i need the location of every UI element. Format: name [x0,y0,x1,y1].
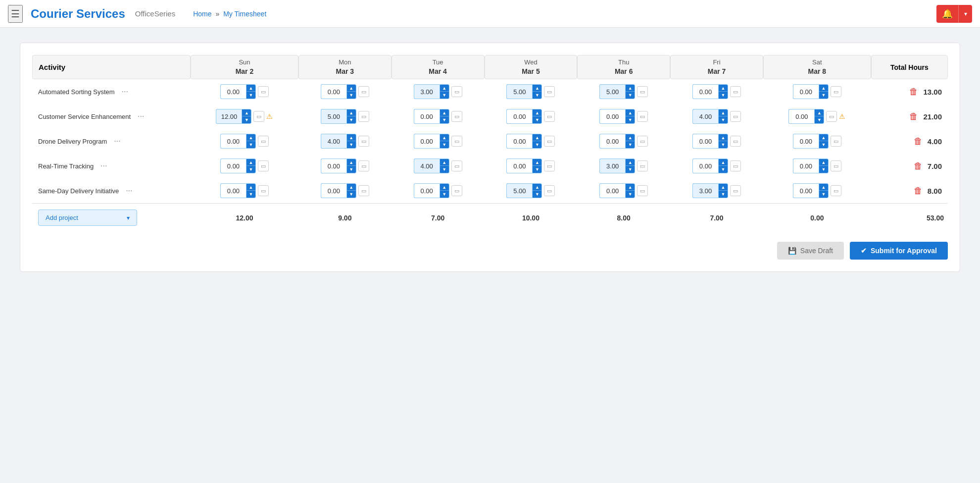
spin-up-4-6[interactable]: ▲ [819,184,828,191]
user-dropdown-button[interactable]: ▾ [958,5,972,23]
note-button-0-5[interactable]: ▭ [730,86,741,97]
spin-up-3-6[interactable]: ▲ [819,159,828,166]
spin-down-2-6[interactable]: ▼ [819,141,828,148]
spin-up-3-3[interactable]: ▲ [533,159,541,166]
note-button-1-6[interactable]: ▭ [826,111,837,122]
spin-down-3-4[interactable]: ▼ [626,166,635,173]
time-input-1-2[interactable] [414,109,440,124]
note-button-0-6[interactable]: ▭ [831,86,841,97]
time-input-0-2[interactable] [414,84,440,99]
time-input-1-1[interactable] [321,109,346,124]
delete-row-button-4[interactable]: 🗑 [911,185,926,197]
note-button-2-0[interactable]: ▭ [258,136,269,147]
time-input-1-4[interactable] [599,109,625,124]
note-button-0-1[interactable]: ▭ [358,86,369,97]
time-input-3-6[interactable] [793,159,819,173]
spin-up-3-1[interactable]: ▲ [347,159,356,166]
spin-up-2-5[interactable]: ▲ [719,134,728,141]
time-input-1-0[interactable] [216,109,242,124]
spin-down-0-2[interactable]: ▼ [440,92,449,99]
spin-down-4-6[interactable]: ▼ [819,191,828,198]
time-input-2-1[interactable] [321,134,346,149]
note-button-4-2[interactable]: ▭ [451,185,462,196]
spin-down-1-3[interactable]: ▼ [533,116,541,123]
spin-down-0-5[interactable]: ▼ [719,92,728,99]
time-input-0-0[interactable] [220,84,246,99]
spin-up-1-6[interactable]: ▲ [815,109,824,116]
row-options-button[interactable]: ··· [98,161,110,171]
spin-down-0-4[interactable]: ▼ [626,92,635,99]
spin-up-1-4[interactable]: ▲ [626,109,635,116]
spin-up-3-4[interactable]: ▲ [626,159,635,166]
spin-down-1-4[interactable]: ▼ [626,116,635,123]
delete-row-button-3[interactable]: 🗑 [911,160,926,172]
spin-down-4-1[interactable]: ▼ [347,191,356,198]
spin-down-2-2[interactable]: ▼ [440,141,449,148]
note-button-4-4[interactable]: ▭ [637,185,648,196]
spin-down-2-0[interactable]: ▼ [246,141,255,148]
spin-down-4-2[interactable]: ▼ [440,191,449,198]
time-input-0-5[interactable] [692,84,718,99]
spin-down-3-6[interactable]: ▼ [819,166,828,173]
note-button-1-3[interactable]: ▭ [544,111,555,122]
spin-up-0-3[interactable]: ▲ [533,85,541,92]
spin-down-1-6[interactable]: ▼ [815,116,824,123]
time-input-4-2[interactable] [414,183,440,198]
spin-down-1-5[interactable]: ▼ [719,116,728,123]
breadcrumb-home[interactable]: Home [193,10,211,18]
spin-up-2-4[interactable]: ▲ [626,134,635,141]
note-button-1-2[interactable]: ▭ [451,111,462,122]
spin-up-1-1[interactable]: ▲ [347,109,356,116]
time-input-3-5[interactable] [692,159,718,173]
note-button-4-3[interactable]: ▭ [544,185,555,196]
spin-down-2-5[interactable]: ▼ [719,141,728,148]
spin-up-0-5[interactable]: ▲ [719,85,728,92]
spin-down-0-3[interactable]: ▼ [533,92,541,99]
spin-down-3-0[interactable]: ▼ [246,166,255,173]
note-button-4-1[interactable]: ▭ [358,185,369,196]
spin-down-2-3[interactable]: ▼ [533,141,541,148]
spin-down-0-1[interactable]: ▼ [347,92,356,99]
spin-down-3-5[interactable]: ▼ [719,166,728,173]
delete-row-button-1[interactable]: 🗑 [906,110,921,123]
note-button-1-0[interactable]: ▭ [253,111,264,122]
time-input-3-1[interactable] [321,159,346,173]
spin-down-4-3[interactable]: ▼ [533,191,541,198]
spin-down-1-0[interactable]: ▼ [242,116,251,123]
time-input-0-3[interactable] [506,84,532,99]
spin-down-1-1[interactable]: ▼ [347,116,356,123]
note-button-3-4[interactable]: ▭ [637,161,648,171]
row-options-button[interactable]: ··· [135,111,147,122]
note-button-3-3[interactable]: ▭ [544,161,555,171]
note-button-2-6[interactable]: ▭ [831,136,841,147]
spin-down-4-0[interactable]: ▼ [246,191,255,198]
spin-up-0-2[interactable]: ▲ [440,85,449,92]
spin-down-1-2[interactable]: ▼ [440,116,449,123]
row-options-button[interactable]: ··· [119,86,131,97]
time-input-2-3[interactable] [506,134,532,149]
note-button-0-3[interactable]: ▭ [544,86,555,97]
time-input-3-4[interactable] [599,159,625,173]
spin-down-3-1[interactable]: ▼ [347,166,356,173]
spin-up-2-6[interactable]: ▲ [819,134,828,141]
time-input-4-3[interactable] [506,183,532,198]
time-input-3-2[interactable] [414,159,440,173]
time-input-1-3[interactable] [506,109,532,124]
note-button-0-0[interactable]: ▭ [258,86,269,97]
note-button-1-5[interactable]: ▭ [730,111,741,122]
spin-up-1-0[interactable]: ▲ [242,109,251,116]
note-button-1-1[interactable]: ▭ [358,111,369,122]
time-input-0-6[interactable] [793,84,819,99]
spin-up-3-0[interactable]: ▲ [246,159,255,166]
note-button-4-6[interactable]: ▭ [831,185,841,196]
time-input-4-6[interactable] [793,183,819,198]
note-button-0-2[interactable]: ▭ [451,86,462,97]
note-button-1-4[interactable]: ▭ [637,111,648,122]
time-input-2-4[interactable] [599,134,625,149]
spin-up-4-3[interactable]: ▲ [533,184,541,191]
note-button-3-5[interactable]: ▭ [730,161,741,171]
spin-up-2-2[interactable]: ▲ [440,134,449,141]
note-button-2-5[interactable]: ▭ [730,136,741,147]
spin-down-3-3[interactable]: ▼ [533,166,541,173]
note-button-2-3[interactable]: ▭ [544,136,555,147]
